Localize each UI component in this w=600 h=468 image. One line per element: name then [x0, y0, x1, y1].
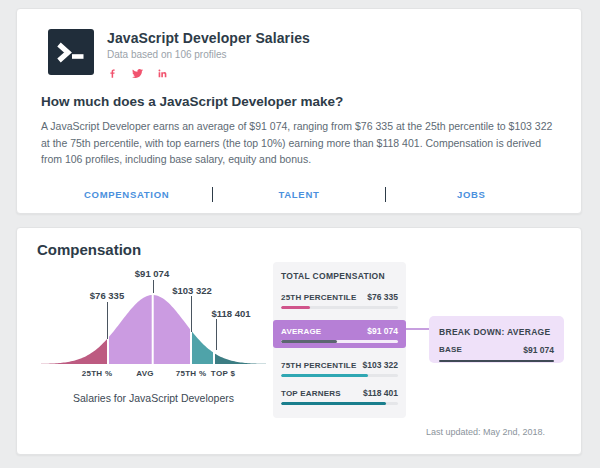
breakdown-underline-bar [439, 360, 554, 362]
tab-compensation[interactable]: COMPENSATION [41, 185, 212, 204]
table-row-average-selected[interactable]: AVERAGE $91 074 [273, 320, 406, 348]
bar-track [281, 340, 398, 343]
bar-fill [281, 340, 337, 343]
amount-label-avg: $91 074 [135, 268, 169, 279]
x-axis-label-top: TOP $ [211, 369, 235, 378]
tab-talent[interactable]: TALENT [213, 185, 384, 204]
table-row-25th-percentile[interactable]: 25TH PERCENTILE $76 335 [281, 292, 398, 309]
x-axis-label-25th: 25TH % [82, 369, 113, 378]
breakdown-connector-line [406, 328, 429, 330]
row-label: TOP EARNERS [281, 389, 341, 398]
row-value: $76 335 [367, 292, 398, 302]
row-value: $103 322 [363, 360, 398, 370]
breakdown-value: $91 074 [523, 345, 554, 355]
row-value: $91 074 [367, 326, 398, 336]
bar-track [281, 374, 398, 377]
x-axis-label-avg: AVG [136, 369, 154, 378]
breakdown-title: BREAK DOWN: AVERAGE [439, 327, 554, 337]
profiles-subtitle: Data based on 106 profiles [107, 49, 310, 60]
section-title: Compensation [37, 241, 141, 258]
row-label: 75TH PERCENTILE [281, 361, 356, 370]
compensation-card: Compensation $76 335 $91 074 $103 322 $1… [16, 227, 582, 455]
row-label: 25TH PERCENTILE [281, 293, 356, 302]
table-row-75th-percentile[interactable]: 75TH PERCENTILE $103 322 [281, 360, 398, 377]
row-label: AVERAGE [281, 327, 321, 336]
bar-track [281, 306, 398, 309]
twitter-icon[interactable] [131, 68, 144, 79]
terminal-logo-icon [48, 29, 94, 75]
title-block: JavaScript Developer Salaries Data based… [107, 29, 310, 79]
summary-paragraph: A JavaScript Developer earns an average … [41, 118, 553, 168]
bell-curve [41, 289, 266, 366]
profile-header: JavaScript Developer Salaries Data based… [41, 29, 557, 79]
social-links [107, 68, 310, 79]
chart-caption: Salaries for JavaScript Developers [41, 392, 266, 404]
bar-fill [281, 306, 310, 309]
linkedin-icon[interactable] [157, 68, 168, 79]
question-heading: How much does a JavaScript Developer mak… [41, 94, 557, 109]
breakdown-row-base: BASE $91 074 [439, 345, 554, 355]
page-title: JavaScript Developer Salaries [107, 30, 310, 46]
panel-header: TOTAL COMPENSATION [281, 271, 398, 281]
tab-jobs[interactable]: JOBS [386, 185, 557, 204]
tab-bar: COMPENSATION TALENT JOBS [41, 185, 557, 204]
bar-track [281, 402, 398, 405]
header-card: JavaScript Developer Salaries Data based… [16, 8, 582, 214]
breakdown-label: BASE [439, 345, 462, 355]
row-value: $118 401 [363, 388, 398, 398]
bar-fill [281, 374, 368, 377]
salary-distribution-chart: $76 335 $91 074 $103 322 $118 401 25TH %… [41, 263, 266, 413]
total-compensation-panel: TOTAL COMPENSATION 25TH PERCENTILE $76 3… [273, 262, 406, 418]
breakdown-panel: BREAK DOWN: AVERAGE BASE $91 074 [429, 316, 564, 363]
table-row-top-earners[interactable]: TOP EARNERS $118 401 [281, 388, 398, 405]
bar-fill [281, 402, 386, 405]
last-updated-text: Last updated: May 2nd, 2018. [426, 427, 545, 437]
x-axis-label-75th: 75TH % [176, 369, 207, 378]
facebook-icon[interactable] [107, 68, 118, 79]
